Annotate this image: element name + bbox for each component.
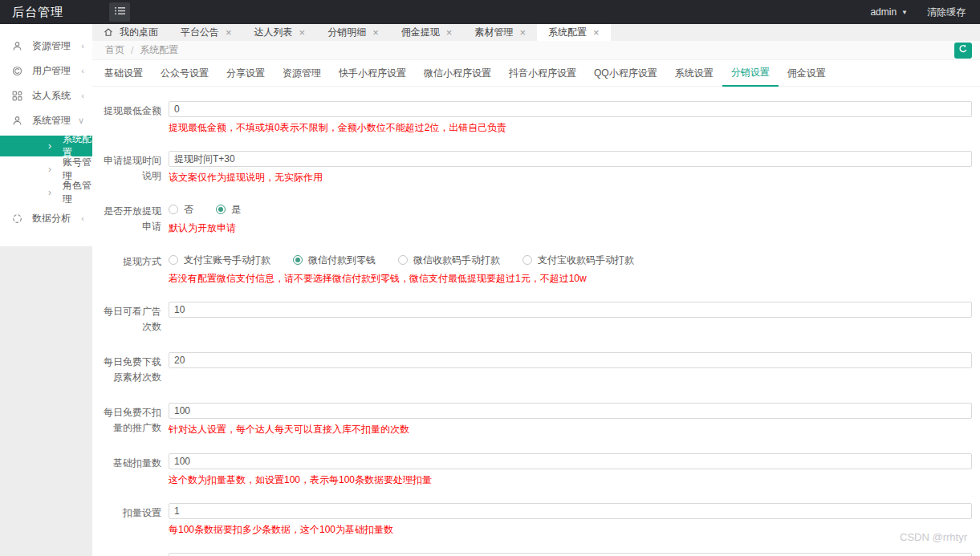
user-circle-icon: [12, 65, 23, 76]
settings-tab-qq-mini[interactable]: QQ小程序设置: [585, 60, 666, 86]
field-hint-withdraw-method: 若没有配置微信支付信息，请不要选择微信付款到零钱，微信支付最低提现要超过1元，不…: [169, 273, 972, 284]
withdraw-method-option[interactable]: 支付宝收款码手动打款: [523, 254, 634, 267]
deduction-setting-input[interactable]: [169, 503, 972, 519]
field-label-withdraw-time-note: 申请提现时间说明: [99, 151, 161, 184]
form-row-min-withdraw-amount: 提现最低金额提现最低金额，不填或填0表示不限制，金额小数位不能超过2位，出错自己…: [99, 101, 972, 133]
radio-icon[interactable]: [398, 255, 408, 265]
caret-down-icon: ▼: [901, 9, 908, 16]
sidebar-item-system[interactable]: 系统管理∨: [0, 111, 92, 130]
radio-icon[interactable]: [169, 255, 178, 265]
sidebar-item-label: 资源管理: [32, 39, 81, 53]
withdraw-open-option[interactable]: 否: [169, 203, 193, 217]
hamburger-icon: [115, 6, 125, 18]
window-tab-distribution-detail[interactable]: 分销明细×: [316, 24, 390, 41]
window-tab-talent-list[interactable]: 达人列表×: [243, 24, 317, 41]
sidebar-subitem-system-config[interactable]: ›系统配置: [0, 136, 92, 156]
topbar-right: admin ▼ 清除缓存: [870, 6, 980, 19]
pie-icon: [12, 213, 23, 224]
user-menu[interactable]: admin ▼: [870, 6, 908, 18]
withdraw-method-option[interactable]: 支付宝账号手动打款: [169, 254, 270, 267]
sidebar-item-label: 达人系统: [32, 89, 81, 103]
chevron-left-icon: ‹: [81, 214, 84, 223]
content-panel: 基础设置公众号设置分享设置资源管理快手小程序设置微信小程序设置抖音小程序设置QQ…: [92, 60, 980, 556]
close-tab-icon[interactable]: ×: [593, 27, 600, 38]
chevron-right-icon: ›: [48, 164, 51, 174]
sidebar-subitem-roles[interactable]: ›角色管理: [0, 182, 92, 203]
breadcrumb-bar: 首页 / 系统配置: [92, 41, 980, 61]
close-tab-icon[interactable]: ×: [372, 27, 379, 38]
withdraw-method-radio-group: 支付宝账号手动打款微信付款到零钱微信收款码手动打款支付宝收款码手动打款: [169, 252, 972, 268]
radio-option-label: 支付宝账号手动打款: [184, 254, 270, 267]
base-deduction-count-input[interactable]: [169, 453, 972, 469]
settings-tab-share[interactable]: 分享设置: [218, 60, 274, 86]
settings-tab-douyin-mini[interactable]: 抖音小程序设置: [500, 60, 585, 86]
settings-tab-resources[interactable]: 资源管理: [274, 60, 330, 86]
settings-tab-basic[interactable]: 基础设置: [96, 60, 152, 86]
max-withdraw-amount-input[interactable]: [169, 553, 972, 556]
daily-free-promotions-input[interactable]: [169, 403, 972, 419]
withdraw-open-option[interactable]: 是: [216, 203, 241, 217]
field-label-max-withdraw-amount: 每次提现最大金额: [99, 553, 161, 556]
username: admin: [870, 6, 897, 18]
window-tab-material-management[interactable]: 素材管理×: [463, 24, 537, 41]
sidebar-item-label: 用户管理: [32, 64, 81, 78]
window-tab-my-desktop[interactable]: 我的桌面: [92, 24, 169, 41]
settings-tab-commission[interactable]: 佣金设置: [779, 60, 835, 86]
app-title: 后台管理: [0, 5, 96, 20]
field-control-withdraw-time-note: 该文案仅作为提现说明，无实际作用: [169, 151, 972, 184]
field-hint-daily-free-promotions: 针对达人设置，每个达人每天可以直接入库不扣量的次数: [169, 424, 972, 435]
settings-tab-system[interactable]: 系统设置: [666, 60, 722, 86]
sidebar-menu: 资源管理‹用户管理‹达人系统‹系统管理∨›系统配置›账号管理›角色管理数据分析‹: [0, 24, 92, 246]
sidebar-item-analytics[interactable]: 数据分析‹: [0, 209, 92, 228]
user-icon: [12, 40, 23, 51]
refresh-button[interactable]: [954, 43, 972, 59]
settings-tab-wechat-mini[interactable]: 微信小程序设置: [415, 60, 500, 86]
window-tab-label: 素材管理: [474, 26, 513, 39]
field-hint-withdraw-open: 默认为开放申请: [169, 222, 972, 233]
chevron-right-icon: ›: [48, 141, 51, 151]
daily-ad-views-input[interactable]: [169, 302, 972, 318]
radio-icon[interactable]: [523, 255, 532, 265]
grid-icon: [12, 90, 23, 101]
field-hint-deduction-setting: 每100条数据要扣多少条数据，这个100为基础扣量数: [169, 524, 972, 535]
breadcrumb-separator: /: [131, 45, 133, 56]
close-tab-icon[interactable]: ×: [299, 27, 306, 38]
breadcrumb-home[interactable]: 首页: [105, 43, 124, 57]
form-row-base-deduction-count: 基础扣量数这个数为扣量基数，如设置100，表示每100条数据要处理扣量: [99, 453, 972, 485]
close-tab-icon[interactable]: ×: [446, 27, 453, 38]
window-tab-platform-announcement[interactable]: 平台公告×: [169, 24, 243, 41]
radio-checked-icon[interactable]: [216, 205, 226, 214]
radio-option-label: 否: [184, 203, 193, 217]
close-tab-icon[interactable]: ×: [226, 27, 232, 38]
settings-tab-bar: 基础设置公众号设置分享设置资源管理快手小程序设置微信小程序设置抖音小程序设置QQ…: [92, 60, 980, 87]
sidebar: 资源管理‹用户管理‹达人系统‹系统管理∨›系统配置›账号管理›角色管理数据分析‹: [0, 24, 92, 556]
form-row-max-withdraw-amount: 每次提现最大金额: [99, 553, 972, 556]
withdraw-time-note-input[interactable]: [169, 151, 972, 167]
sidebar-subitem-accounts[interactable]: ›账号管理: [0, 159, 92, 180]
window-tab-commission-withdraw[interactable]: 佣金提现×: [390, 24, 464, 41]
field-control-base-deduction-count: 这个数为扣量基数，如设置100，表示每100条数据要处理扣量: [169, 453, 972, 485]
user-icon: [12, 115, 23, 126]
close-tab-icon[interactable]: ×: [519, 27, 526, 38]
sidebar-item-talent[interactable]: 达人系统‹: [0, 86, 92, 105]
menu-toggle-button[interactable]: [109, 2, 130, 22]
field-label-withdraw-method: 提现方式: [99, 252, 161, 284]
clear-cache-button[interactable]: 清除缓存: [927, 6, 966, 19]
withdraw-method-option[interactable]: 微信收款码手动打款: [398, 254, 500, 267]
field-hint-withdraw-time-note: 该文案仅作为提现说明，无实际作用: [169, 172, 972, 183]
daily-free-downloads-input[interactable]: [169, 352, 972, 368]
field-control-withdraw-method: 支付宝账号手动打款微信付款到零钱微信收款码手动打款支付宝收款码手动打款若没有配置…: [169, 252, 972, 284]
settings-tab-official-account[interactable]: 公众号设置: [152, 60, 218, 86]
radio-checked-icon[interactable]: [293, 255, 303, 265]
chevron-down-icon: ∨: [78, 116, 84, 125]
radio-option-label: 微信付款到零钱: [308, 254, 376, 267]
field-label-withdraw-open: 是否开放提现申请: [99, 201, 161, 234]
radio-icon[interactable]: [169, 205, 178, 214]
withdraw-method-option[interactable]: 微信付款到零钱: [293, 254, 376, 267]
settings-tab-distribution[interactable]: 分销设置: [722, 60, 779, 87]
window-tab-system-config[interactable]: 系统配置×: [537, 24, 611, 41]
settings-tab-kuaishou-mini[interactable]: 快手小程序设置: [330, 60, 415, 86]
min-withdraw-amount-input[interactable]: [169, 101, 972, 117]
sidebar-item-resources[interactable]: 资源管理‹: [0, 36, 92, 55]
sidebar-item-users[interactable]: 用户管理‹: [0, 61, 92, 80]
